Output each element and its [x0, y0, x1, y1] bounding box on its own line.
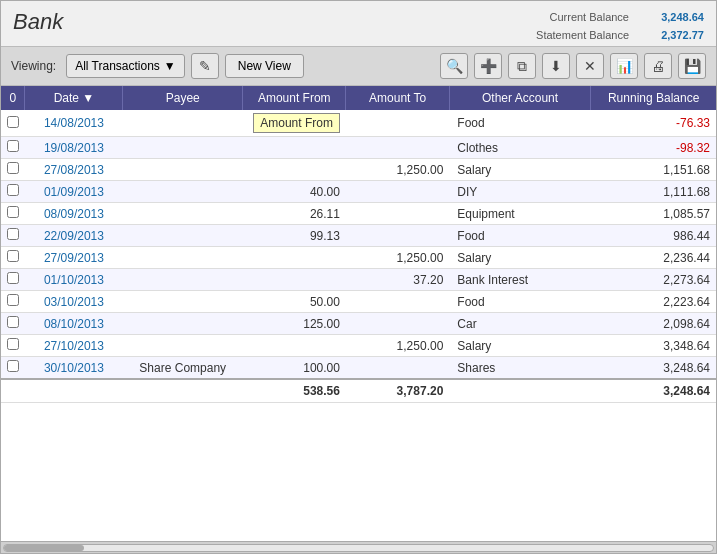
row-other-account: Car: [449, 313, 590, 335]
transaction-table: 0 Date ▼ Payee Amount From Amount To Oth…: [1, 86, 716, 403]
row-amount-to: [346, 291, 449, 313]
table-body: 14/08/2013Amount FromFood-76.3319/08/201…: [1, 110, 716, 403]
row-amount-from: [243, 137, 346, 159]
add-button[interactable]: ➕: [474, 53, 502, 79]
row-checkbox[interactable]: [1, 159, 25, 181]
row-amount-to: [346, 137, 449, 159]
download-button[interactable]: ⬇: [542, 53, 570, 79]
row-other-account: Bank Interest: [449, 269, 590, 291]
row-payee: [123, 137, 243, 159]
row-date: 08/10/2013: [25, 313, 123, 335]
search-button[interactable]: 🔍: [440, 53, 468, 79]
header-other-account[interactable]: Other Account: [449, 86, 590, 110]
current-balance-label: Current Balance: [550, 9, 630, 27]
row-amount-to: [346, 357, 449, 380]
row-other-account: Shares: [449, 357, 590, 380]
print-button[interactable]: 🖨: [644, 53, 672, 79]
row-amount-from: [243, 247, 346, 269]
amount-from-tooltip: Amount From: [253, 113, 340, 133]
row-amount-from: 50.00: [243, 291, 346, 313]
row-running-balance: 2,273.64: [591, 269, 716, 291]
scrollbar-track[interactable]: [3, 544, 714, 552]
row-amount-to: 37.20: [346, 269, 449, 291]
close-button[interactable]: ✕: [576, 53, 604, 79]
table-row[interactable]: 22/09/201399.13Food986.44: [1, 225, 716, 247]
table-row[interactable]: 01/09/201340.00DIY1,111.68: [1, 181, 716, 203]
row-payee: [123, 313, 243, 335]
row-other-account: Food: [449, 225, 590, 247]
table-row[interactable]: 27/08/20131,250.00Salary1,151.68: [1, 159, 716, 181]
table-row[interactable]: 03/10/201350.00Food2,223.64: [1, 291, 716, 313]
footer-row: 538.563,787.203,248.64: [1, 379, 716, 403]
row-other-account: Food: [449, 110, 590, 137]
row-running-balance: 3,248.64: [591, 357, 716, 380]
table-row[interactable]: 08/10/2013125.00Car2,098.64: [1, 313, 716, 335]
row-other-account: Salary: [449, 335, 590, 357]
row-checkbox[interactable]: [1, 335, 25, 357]
row-amount-to: [346, 181, 449, 203]
table-row[interactable]: 27/10/20131,250.00Salary3,348.64: [1, 335, 716, 357]
app-window: Bank Current Balance 3,248.64 Statement …: [0, 0, 717, 554]
row-payee: [123, 335, 243, 357]
row-date: 03/10/2013: [25, 291, 123, 313]
title-bar: Bank Current Balance 3,248.64 Statement …: [1, 1, 716, 46]
row-amount-to: 1,250.00: [346, 247, 449, 269]
row-checkbox[interactable]: [1, 291, 25, 313]
new-view-button[interactable]: New View: [225, 54, 304, 78]
row-date: 08/09/2013: [25, 203, 123, 225]
table-row[interactable]: 27/09/20131,250.00Salary2,236.44: [1, 247, 716, 269]
copy-button[interactable]: ⧉: [508, 53, 536, 79]
header-amount-to[interactable]: Amount To: [346, 86, 449, 110]
chevron-down-icon: ▼: [164, 59, 176, 73]
row-checkbox[interactable]: [1, 357, 25, 380]
row-running-balance: -98.32: [591, 137, 716, 159]
row-amount-from: Amount From: [243, 110, 346, 137]
row-payee: [123, 159, 243, 181]
row-payee: Share Company: [123, 357, 243, 380]
row-amount-to: 1,250.00: [346, 159, 449, 181]
row-checkbox[interactable]: [1, 181, 25, 203]
table-row[interactable]: 14/08/2013Amount FromFood-76.33: [1, 110, 716, 137]
row-checkbox[interactable]: [1, 137, 25, 159]
header-date[interactable]: Date ▼: [25, 86, 123, 110]
scrollbar-thumb[interactable]: [4, 545, 84, 551]
row-running-balance: 986.44: [591, 225, 716, 247]
save-button[interactable]: 💾: [678, 53, 706, 79]
table-row[interactable]: 30/10/2013Share Company100.00Shares3,248…: [1, 357, 716, 380]
table-row[interactable]: 08/09/201326.11Equipment1,085.57: [1, 203, 716, 225]
row-amount-from: [243, 269, 346, 291]
horizontal-scrollbar[interactable]: [1, 541, 716, 553]
row-date: 27/08/2013: [25, 159, 123, 181]
header-checkbox[interactable]: 0: [1, 86, 25, 110]
row-date: 27/10/2013: [25, 335, 123, 357]
row-running-balance: 1,111.68: [591, 181, 716, 203]
row-running-balance: 1,151.68: [591, 159, 716, 181]
header-running-balance[interactable]: Running Balance: [591, 86, 716, 110]
row-other-account: Salary: [449, 247, 590, 269]
table-row[interactable]: 19/08/2013Clothes-98.32: [1, 137, 716, 159]
row-checkbox[interactable]: [1, 313, 25, 335]
row-other-account: Equipment: [449, 203, 590, 225]
row-checkbox[interactable]: [1, 225, 25, 247]
row-checkbox[interactable]: [1, 269, 25, 291]
row-checkbox[interactable]: [1, 247, 25, 269]
row-payee: [123, 291, 243, 313]
row-date: 22/09/2013: [25, 225, 123, 247]
row-checkbox[interactable]: [1, 110, 25, 137]
header-amount-from[interactable]: Amount From: [243, 86, 346, 110]
app-title: Bank: [13, 9, 63, 35]
transaction-table-container[interactable]: 0 Date ▼ Payee Amount From Amount To Oth…: [1, 86, 716, 541]
header-payee[interactable]: Payee: [123, 86, 243, 110]
footer-running: 3,248.64: [591, 379, 716, 403]
row-payee: [123, 181, 243, 203]
table-row[interactable]: 01/10/201337.20Bank Interest2,273.64: [1, 269, 716, 291]
row-checkbox[interactable]: [1, 203, 25, 225]
row-amount-from: 100.00: [243, 357, 346, 380]
row-payee: [123, 225, 243, 247]
viewing-dropdown[interactable]: All Transactions ▼: [66, 54, 185, 78]
row-running-balance: 2,236.44: [591, 247, 716, 269]
row-amount-from: [243, 335, 346, 357]
chart-button[interactable]: 📊: [610, 53, 638, 79]
row-date: 14/08/2013: [25, 110, 123, 137]
edit-icon-button[interactable]: ✎: [191, 53, 219, 79]
